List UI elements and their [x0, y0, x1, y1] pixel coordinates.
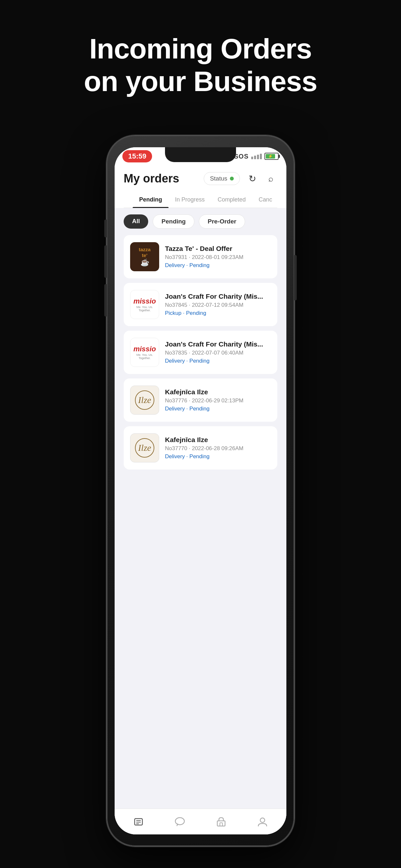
volume-down-button: [104, 245, 107, 278]
order-info: Kafejnīca Ilze No37776 · 2022-06-29 02:1…: [165, 388, 271, 412]
order-status: Delivery · Pending: [165, 406, 271, 412]
order-meta: No37845 · 2022-07-12 09:54AM: [165, 302, 271, 308]
page-title: My orders: [124, 172, 179, 185]
order-meta: No37835 · 2022-07-07 06:40AM: [165, 350, 271, 356]
tab-in-progress[interactable]: In Progress: [168, 192, 211, 208]
status-filter-badge[interactable]: Status: [204, 172, 240, 185]
signal-dot-4: [260, 154, 262, 159]
nav-shop[interactable]: [212, 812, 231, 832]
hero-title: Incoming Orders on your Business: [0, 32, 401, 97]
header-actions: Status ↻ ⌕: [204, 172, 277, 185]
hero-title-line1: Incoming Orders: [89, 33, 312, 65]
order-item[interactable]: missio Me. You. Us. Together. Joan's Cra…: [124, 283, 277, 326]
nav-profile[interactable]: [253, 812, 272, 832]
power-button: [294, 255, 297, 300]
filter-row: All Pending Pre-Order: [115, 208, 286, 235]
search-button[interactable]: ⌕: [265, 172, 277, 185]
phone-device: 15:59 SOS ⚡: [107, 135, 294, 846]
order-logo-tazza: tazzate' ☕: [130, 242, 159, 271]
volume-up-button: [104, 220, 107, 237]
screen-content: My orders Status ↻ ⌕: [115, 165, 286, 834]
hero-section: Incoming Orders on your Business: [0, 32, 401, 97]
order-name: Tazza Te' - Deal Offer: [165, 245, 271, 252]
charging-bolt: ⚡: [268, 154, 273, 159]
status-badge-label: Status: [210, 175, 227, 182]
order-logo-kafejnica: Ilze: [130, 385, 159, 414]
tab-completed[interactable]: Completed: [211, 192, 252, 208]
svg-point-4: [175, 817, 184, 825]
order-logo-missio: missio Me. You. Us. Together.: [130, 290, 159, 319]
order-status: Delivery · Pending: [165, 358, 271, 364]
order-info: Joan's Craft For Charity (Mis... No37845…: [165, 292, 271, 316]
signal-indicator: [251, 154, 262, 159]
phone-screen: 15:59 SOS ⚡: [115, 147, 286, 834]
order-name: Joan's Craft For Charity (Mis...: [165, 340, 271, 348]
filter-pending[interactable]: Pending: [153, 214, 194, 228]
status-right-group: SOS ⚡: [234, 153, 279, 160]
order-item[interactable]: Ilze Kafejnīca Ilze No37776 · 2022-06-29…: [124, 378, 277, 422]
order-status: Delivery · Pending: [165, 454, 271, 460]
battery-fill: ⚡: [266, 154, 275, 159]
order-name: Kafejnīca Ilze: [165, 436, 271, 444]
sos-label: SOS: [234, 153, 249, 160]
filter-preorder[interactable]: Pre-Order: [199, 214, 245, 228]
signal-dot-3: [257, 155, 259, 159]
nav-chat[interactable]: [170, 812, 189, 832]
signal-dot-1: [251, 157, 253, 159]
refresh-icon: ↻: [249, 174, 256, 184]
tab-cancelled[interactable]: Canc: [252, 192, 279, 208]
svg-rect-5: [217, 821, 225, 826]
chat-icon: [174, 817, 185, 827]
profile-icon: [257, 816, 268, 827]
order-status: Pickup · Pending: [165, 310, 271, 316]
hero-title-line2: on your Business: [84, 65, 317, 97]
order-logo-missio-2: missio Me. You. Us. Together.: [130, 338, 159, 367]
order-info: Kafejnīca Ilze No37770 · 2022-06-28 09:2…: [165, 436, 271, 460]
battery-indicator: ⚡: [265, 153, 279, 160]
order-name: Joan's Craft For Charity (Mis...: [165, 292, 271, 300]
status-indicator-dot: [230, 177, 234, 181]
filter-all[interactable]: All: [124, 214, 148, 228]
order-logo-kafejnica-2: Ilze: [130, 433, 159, 462]
orders-list: tazzate' ☕ Tazza Te' - Deal Offer No3793…: [115, 235, 286, 469]
notch: [165, 147, 236, 162]
phone-frame: 15:59 SOS ⚡: [107, 135, 294, 846]
order-name: Kafejnīca Ilze: [165, 388, 271, 396]
search-icon: ⌕: [268, 174, 274, 184]
silent-switch: [104, 284, 107, 316]
order-item[interactable]: missio Me. You. Us. Together. Joan's Cra…: [124, 331, 277, 374]
order-meta: No37931 · 2022-08-01 09:23AM: [165, 254, 271, 260]
time-display: 15:59: [122, 150, 152, 162]
page-header: My orders Status ↻ ⌕: [115, 165, 286, 208]
shop-icon: [216, 816, 227, 827]
svg-point-7: [260, 818, 265, 823]
signal-dot-2: [254, 156, 256, 159]
order-info: Tazza Te' - Deal Offer No37931 · 2022-08…: [165, 245, 271, 269]
order-item[interactable]: Ilze Kafejnīca Ilze No37770 · 2022-06-28…: [124, 426, 277, 469]
tab-pending[interactable]: Pending: [133, 192, 168, 208]
orders-icon: [133, 817, 144, 827]
order-meta: No37770 · 2022-06-28 09:26AM: [165, 445, 271, 452]
refresh-button[interactable]: ↻: [246, 172, 258, 185]
order-status: Delivery · Pending: [165, 262, 271, 269]
header-row: My orders Status ↻ ⌕: [124, 172, 277, 185]
bottom-navigation: [115, 809, 286, 834]
nav-orders[interactable]: [129, 812, 148, 832]
order-info: Joan's Craft For Charity (Mis... No37835…: [165, 340, 271, 364]
tabs-bar: Pending In Progress Completed Canc: [124, 192, 277, 208]
order-item[interactable]: tazzate' ☕ Tazza Te' - Deal Offer No3793…: [124, 235, 277, 278]
order-meta: No37776 · 2022-06-29 02:13PM: [165, 398, 271, 404]
svg-rect-6: [220, 823, 222, 826]
